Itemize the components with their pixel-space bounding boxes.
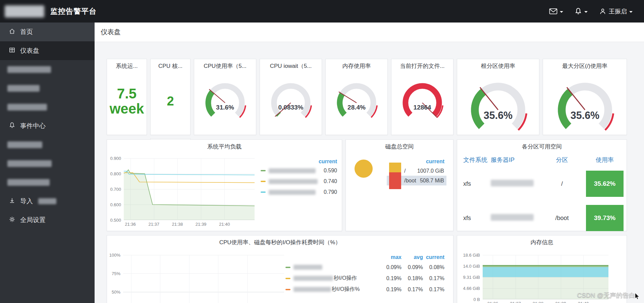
legend-row-highlighted[interactable]: /boot 508.7 MiB bbox=[387, 176, 446, 185]
download-icon bbox=[9, 197, 15, 206]
panel-open-files-gauge: 当前打开的文件... 12864 bbox=[391, 59, 453, 135]
usage-badge: 39.73% bbox=[586, 205, 624, 231]
svg-text:28.4%: 28.4% bbox=[347, 104, 366, 111]
legend-row[interactable]: 0.790 bbox=[261, 187, 337, 198]
sidebar-item-settings[interactable]: 全局设置 bbox=[0, 211, 95, 229]
redacted-text bbox=[7, 179, 50, 186]
series-color-swatch bbox=[285, 278, 290, 279]
page-title: 仪表盘 bbox=[101, 28, 121, 37]
panel-title[interactable]: CPU 核... bbox=[151, 59, 190, 70]
series-color-swatch bbox=[285, 267, 290, 268]
user-menu[interactable]: 王振启 bbox=[599, 7, 633, 15]
legend-avg: 0.18% bbox=[401, 275, 423, 282]
panel-title[interactable]: CPU使用率、磁盘每秒的I/O操作耗费时间（%） bbox=[107, 235, 453, 246]
uptime-value: 7.5 week bbox=[107, 70, 147, 135]
panel-cpu-cores: CPU 核... 2 bbox=[150, 59, 191, 135]
messages-menu[interactable] bbox=[549, 8, 563, 15]
legend-row[interactable]: 秒I/O操作 0.19% 0.18% 0.17% bbox=[285, 273, 444, 284]
panel-title[interactable]: 内存信息 bbox=[457, 235, 627, 246]
sidebar-item-label: 首页 bbox=[20, 28, 33, 36]
legend-max: 0.19% bbox=[380, 287, 401, 293]
root-partition-gauge: 35.6% bbox=[463, 75, 533, 134]
svg-text:0.0833%: 0.0833% bbox=[278, 104, 304, 111]
user-icon bbox=[599, 8, 606, 15]
page-header: 仪表盘 bbox=[95, 23, 644, 42]
panel-mem-usage-gauge: 内存使用率 28.4% bbox=[325, 59, 388, 135]
table-row: xfs /boot 39.73% bbox=[457, 201, 627, 235]
panel-title[interactable]: CPU iowait（5... bbox=[260, 59, 322, 70]
cpu-io-legend: max avg current 0.09% 0.09% 0.08% bbox=[285, 253, 444, 295]
series-label: 秒I/O操作 bbox=[334, 275, 357, 282]
panel-title[interactable]: 根分区使用率 bbox=[457, 59, 539, 70]
cell-server-ip bbox=[491, 180, 541, 188]
col-header-filesystem[interactable]: 文件系统 bbox=[457, 156, 491, 164]
legend-value: 0.590 bbox=[324, 168, 337, 174]
sidebar-item-redacted[interactable] bbox=[0, 60, 95, 79]
slice-value: 1007.0 GiB bbox=[417, 168, 444, 174]
home-icon bbox=[9, 28, 15, 36]
sidebar-item-redacted[interactable] bbox=[0, 135, 95, 154]
legend-row[interactable]: 秒I/O操作% 0.19% 0.17% 0.17% bbox=[285, 284, 444, 295]
panel-title[interactable]: 磁盘总空间 bbox=[346, 140, 453, 150]
panel-cpu-usage-gauge: CPU使用率（5... 31.6% bbox=[194, 59, 256, 135]
panel-title[interactable]: 各分区可用空间 bbox=[457, 140, 627, 150]
legend-current: 0.17% bbox=[423, 275, 444, 282]
sidebar-item-home[interactable]: 首页 bbox=[0, 23, 95, 41]
notifications-menu[interactable] bbox=[575, 7, 588, 15]
y-axis: 18.6 GiB14.0 GiB9.31 GiB4.66 GiB0 B bbox=[457, 255, 483, 299]
col-header-partition[interactable]: 分区 bbox=[541, 156, 583, 164]
mail-icon bbox=[549, 8, 557, 15]
panel-title[interactable]: 系统运... bbox=[107, 59, 147, 70]
legend-header-row: max avg current bbox=[285, 253, 444, 262]
series-color-swatch bbox=[261, 191, 266, 193]
usage-badge: 35.62% bbox=[586, 171, 624, 197]
legend-row[interactable]: 0.590 bbox=[261, 165, 337, 176]
redacted-text bbox=[293, 276, 333, 281]
x-axis: 21:3621:3721:3821:3921:40 bbox=[124, 220, 255, 227]
cpu-io-chart: 100%75%50% bbox=[108, 255, 284, 303]
sidebar-item-redacted[interactable] bbox=[0, 79, 95, 98]
sidebar-item-redacted[interactable] bbox=[0, 173, 95, 192]
panel-title[interactable]: CPU使用率（5... bbox=[194, 59, 256, 70]
legend-max: 0.19% bbox=[380, 275, 401, 282]
panel-title[interactable]: 当前打开的文件... bbox=[391, 59, 453, 70]
sidebar-item-import[interactable]: 导入 bbox=[0, 192, 95, 211]
redacted-text bbox=[491, 214, 534, 221]
logo bbox=[5, 5, 44, 17]
redacted-text bbox=[269, 190, 316, 195]
cpu-iowait-gauge: 0.0833% bbox=[265, 77, 316, 120]
col-header-server-ip[interactable]: 服务器IP bbox=[491, 156, 541, 164]
slice-value: 508.7 MiB bbox=[420, 178, 444, 184]
legend-row[interactable]: 0.740 bbox=[261, 176, 337, 187]
series-label: 秒I/O操作% bbox=[332, 286, 360, 293]
legend-header-current[interactable]: current bbox=[423, 254, 444, 260]
legend-header-max[interactable]: max bbox=[380, 254, 401, 260]
sidebar-item-dashboard[interactable]: 仪表盘 bbox=[0, 41, 95, 60]
table-row: xfs / 35.62% bbox=[457, 167, 627, 201]
sidebar-item-label: 事件中心 bbox=[20, 122, 46, 130]
legend-row[interactable]: 0.09% 0.09% 0.08% bbox=[285, 262, 444, 273]
col-header-usage[interactable]: 使用率 bbox=[583, 156, 627, 164]
bell-icon bbox=[575, 7, 582, 15]
sidebar-item-redacted[interactable] bbox=[0, 98, 95, 117]
legend-current: 0.08% bbox=[423, 264, 444, 270]
redacted-text bbox=[7, 104, 47, 111]
cpu-usage-gauge: 31.6% bbox=[200, 77, 251, 120]
mem-usage-gauge: 28.4% bbox=[331, 77, 382, 120]
legend-header-avg[interactable]: avg bbox=[401, 254, 423, 260]
svg-text:31.6%: 31.6% bbox=[216, 104, 234, 111]
redacted-text bbox=[7, 66, 51, 73]
sidebar-item-events[interactable]: 事件中心 bbox=[0, 117, 95, 135]
cpu-io-plot bbox=[123, 255, 284, 303]
sidebar-item-redacted[interactable] bbox=[0, 154, 95, 173]
panel-cpu-iowait-gauge: CPU iowait（5... 0.0833% bbox=[260, 59, 322, 135]
main-content: 仪表盘 系统运... 7.5 week CPU 核... 2 内存总量 15.5… bbox=[95, 23, 644, 303]
panel-title[interactable]: 系统平均负载 bbox=[107, 140, 342, 150]
legend-header[interactable]: current bbox=[261, 159, 337, 165]
panel-system-load: 系统平均负载 0.9000.8000.7000.6000.500 21:3621… bbox=[107, 139, 342, 231]
panel-uptime: 系统运... 7.5 week bbox=[107, 59, 147, 135]
panel-title[interactable]: 内存使用率 bbox=[326, 59, 387, 70]
panel-disk-total: 磁盘总空间 current / 1007.0 GiB /boot 508.7 M… bbox=[345, 139, 453, 231]
series-color-swatch bbox=[261, 181, 266, 182]
panel-title[interactable]: 最大分区(/)使用率 bbox=[543, 59, 627, 70]
